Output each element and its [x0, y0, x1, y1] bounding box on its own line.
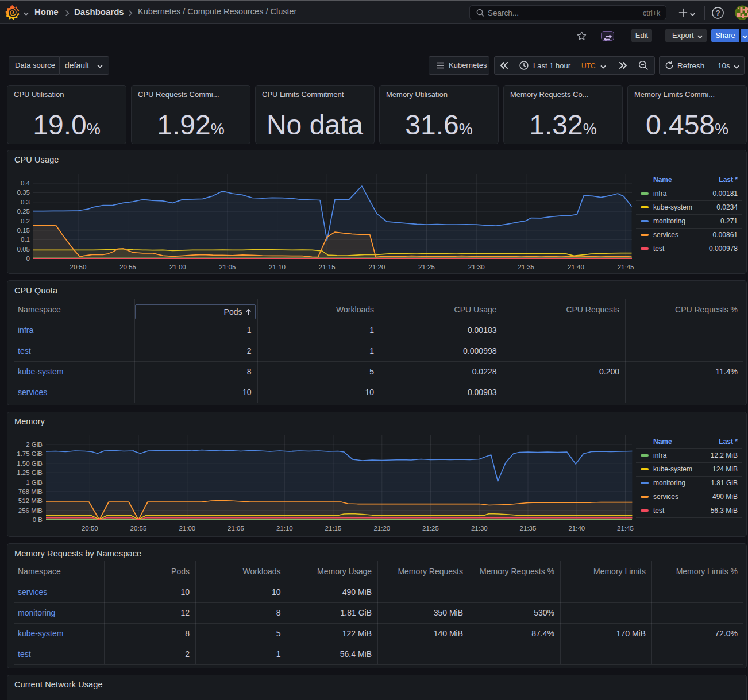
svg-text:?: ? [716, 9, 720, 17]
